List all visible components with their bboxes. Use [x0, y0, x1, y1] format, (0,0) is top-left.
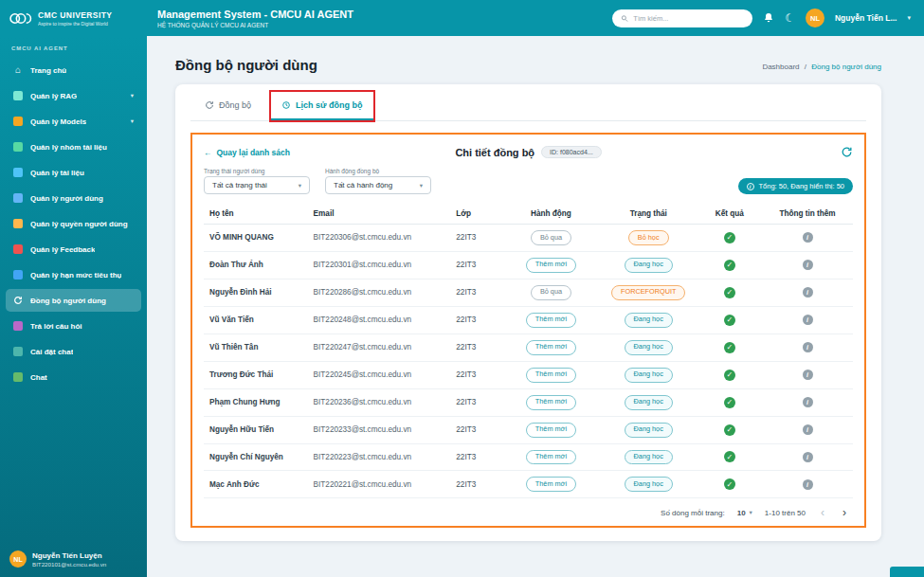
main-content: Đồng bộ người dùng Dashboard / Đồng bộ n…	[147, 36, 924, 577]
brand-tagline: Aspire to inspire the Digital World	[38, 21, 112, 27]
breadcrumb-dashboard[interactable]: Dashboard	[762, 63, 799, 71]
action-badge: Thêm mới	[526, 450, 576, 465]
breadcrumb-separator: /	[805, 63, 806, 71]
refresh-button[interactable]	[841, 146, 853, 158]
action-badge: Thêm mới	[526, 313, 576, 328]
tab-dong-bo[interactable]: Đồng bộ	[194, 92, 262, 120]
cell-result: ✓	[698, 306, 763, 334]
search-icon	[621, 14, 628, 23]
cell-action: Thêm mới	[502, 471, 600, 498]
success-check-icon: ✓	[724, 342, 735, 353]
floating-widget[interactable]	[890, 567, 924, 577]
sidebar-item-tra-loi-cau-hoi[interactable]: Trả lời câu hỏi	[6, 315, 141, 337]
user-menu-chevron-icon[interactable]: ▾	[907, 14, 911, 22]
filter-sync-action-select[interactable]: Tất cả hành động ▾	[325, 176, 431, 194]
info-icon[interactable]: i	[803, 397, 813, 407]
sidebar-item-quan-ly-models[interactable]: Quản lý Models▾	[6, 110, 141, 133]
cell-status: FORCEFORQUIT	[600, 279, 698, 306]
sidebar-item-quan-ly-nguoi-dung[interactable]: Quản lý người dùng	[6, 187, 141, 209]
cell-status: Đang học	[600, 334, 698, 361]
search-input[interactable]	[633, 14, 744, 23]
cell-action: Thêm mới	[502, 361, 600, 388]
table-row-9: Mạc Anh ĐứcBIT220221@st.cmcu.edu.vn22IT3…	[204, 471, 853, 498]
sidebar-item-label: Quản lý RAG	[30, 92, 77, 100]
back-to-list-link[interactable]: ← Quay lại danh sách	[204, 148, 455, 157]
success-check-icon: ✓	[724, 451, 735, 462]
info-icon[interactable]: i	[803, 260, 813, 270]
cell-status: Đang học	[600, 416, 698, 443]
user-name[interactable]: Nguyễn Tiến L...	[835, 13, 897, 23]
info-icon[interactable]: i	[803, 315, 813, 325]
action-badge: Bỏ qua	[531, 230, 571, 245]
dark-mode-icon[interactable]: ☾	[785, 12, 795, 24]
sidebar-item-quan-ly-nhom-tai-lieu[interactable]: Quản lý nhóm tài liệu	[6, 135, 141, 158]
tab-lich-su-dong-bo[interactable]: Lịch sử đồng bộ	[271, 92, 373, 120]
action-badge: Thêm mới	[526, 477, 576, 492]
selected-value: Tất cả hành động	[334, 181, 392, 189]
cell-action: Bỏ qua	[502, 225, 600, 252]
sidebar-user[interactable]: NL Nguyễn Tiến Luyện BIT220101@st.cmcu.e…	[9, 550, 141, 568]
user-avatar[interactable]: NL	[806, 9, 824, 27]
annotation-orange-box: ← Quay lại danh sách Chi tiết đồng bộ ID…	[190, 133, 866, 528]
status-badge: Đang học	[625, 450, 673, 465]
sync-id-badge[interactable]: ID: f080acd4...	[541, 146, 602, 158]
status-badge: Đang học	[625, 477, 673, 492]
notifications-bell-icon[interactable]	[763, 12, 774, 24]
sidebar-item-label: Quản lý người dùng	[30, 194, 103, 203]
action-badge: Thêm mới	[526, 258, 576, 273]
sidebar-item-quan-ly-feedback[interactable]: Quản lý Feedback	[6, 238, 141, 261]
sidebar-item-quan-ly-han-muc-tieu-thu[interactable]: Quản lý hạn mức tiêu thụ	[6, 263, 141, 286]
info-icon[interactable]: i	[803, 424, 813, 435]
brand-title: CMC UNIVERSITY	[38, 10, 112, 20]
prev-page-icon[interactable]: ‹	[818, 507, 827, 518]
sidebar-item-label: Đồng bộ người dùng	[30, 297, 106, 305]
sidebar-item-quan-ly-quyen-nguoi-dung[interactable]: Quản lý quyền người dùng	[6, 212, 141, 235]
sync-results-table: Họ tênEmailLớpHành độngTrạng tháiKết quả…	[204, 204, 853, 498]
cell-email: BIT220286@st.cmcu.edu.vn	[308, 279, 451, 306]
cell-info: i	[762, 251, 853, 279]
permissions-icon	[13, 219, 23, 228]
success-check-icon: ✓	[724, 397, 735, 408]
sidebar-item-dong-bo-nguoi-dung[interactable]: Đồng bộ người dùng	[6, 289, 141, 312]
rows-per-page-label: Số dòng mỗi trang:	[661, 509, 725, 517]
info-icon[interactable]: i	[803, 370, 813, 380]
chevron-down-icon: ▾	[131, 117, 134, 125]
cell-class: 22IT3	[450, 416, 502, 443]
cell-email: BIT220223@st.cmcu.edu.vn	[308, 443, 451, 471]
sidebar-item-trang-chu[interactable]: ⌂Trang chủ	[6, 59, 141, 81]
cell-result: ✓	[698, 225, 763, 252]
sidebar-item-cai-dat-chat[interactable]: Cài đặt chat	[6, 340, 141, 363]
sidebar-item-quan-ly-rag[interactable]: Quản lý RAG▾	[6, 84, 141, 107]
sidebar-item-label: Quản lý Feedback	[30, 245, 95, 254]
info-icon[interactable]: i	[803, 479, 813, 490]
filter-user-status-select[interactable]: Tất cả trạng thái ▾	[204, 176, 310, 194]
next-page-icon[interactable]: ›	[840, 507, 849, 518]
table-row-4: Vũ Thiên TânBIT220247@st.cmcu.edu.vn22IT…	[204, 334, 853, 361]
cell-status: Đang học	[600, 306, 698, 334]
info-icon[interactable]: i	[803, 452, 813, 462]
chat-settings-icon	[13, 347, 23, 356]
quota-chart-icon	[13, 270, 23, 279]
page-range-label: 1-10 trên 50	[765, 509, 806, 517]
rows-per-page-select[interactable]: 10 ▾	[737, 509, 752, 517]
cell-email: BIT220236@st.cmcu.edu.vn	[308, 388, 451, 416]
info-icon[interactable]: i	[803, 342, 813, 352]
cell-result: ✓	[698, 443, 763, 471]
cell-email: BIT220221@st.cmcu.edu.vn	[308, 471, 451, 498]
info-icon[interactable]: i	[803, 232, 813, 243]
cell-status: Đang học	[600, 388, 698, 416]
cell-name: Nguyễn Chí Nguyên	[204, 443, 308, 471]
brand[interactable]: CMC UNIVERSITY Aspire to inspire the Dig…	[0, 10, 150, 27]
status-badge: Đang học	[625, 313, 673, 328]
action-badge: Bỏ qua	[531, 285, 571, 300]
info-icon[interactable]: i	[803, 287, 813, 298]
sidebar-item-chat[interactable]: Chat	[6, 366, 141, 388]
search-box[interactable]	[612, 9, 752, 27]
detail-title: Chi tiết đồng bộ	[455, 147, 534, 158]
cell-info: i	[762, 361, 853, 388]
breadcrumb-current: Đồng bộ người dùng	[811, 63, 881, 71]
status-badge: Đang học	[625, 340, 673, 355]
models-icon	[13, 117, 23, 126]
sidebar-item-quan-ly-tai-lieu[interactable]: Quản lý tài liệu	[6, 161, 141, 184]
sidebar-item-label: Chat	[30, 373, 47, 382]
